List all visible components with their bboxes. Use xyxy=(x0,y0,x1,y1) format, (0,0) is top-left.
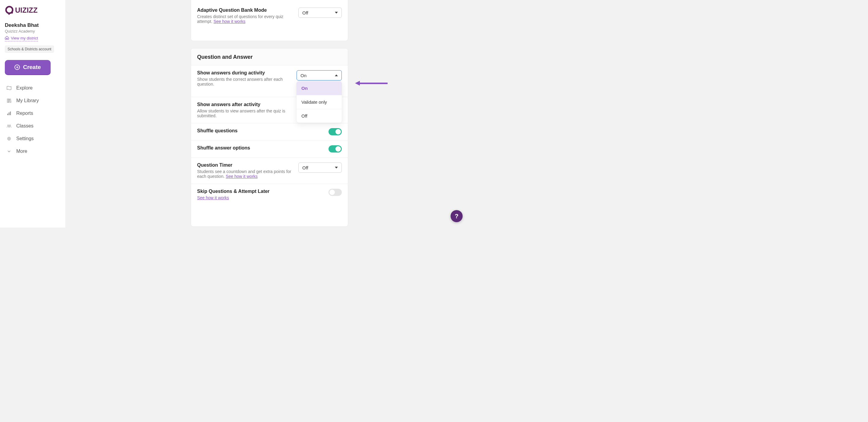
main-content: improve accuracy. Adaptive Question Bank… xyxy=(66,0,468,228)
help-icon: ? xyxy=(455,213,458,220)
create-button[interactable]: + Create xyxy=(5,60,51,74)
plus-circle-icon: + xyxy=(14,64,20,70)
svg-point-1 xyxy=(11,12,13,13)
svg-point-3 xyxy=(8,13,10,15)
gear-icon xyxy=(7,136,12,141)
setting-title: Skip Questions & Attempt Later xyxy=(197,189,270,194)
adaptive-select[interactable]: Off xyxy=(299,7,342,18)
arrow-annotation xyxy=(355,81,388,86)
select-value: On xyxy=(301,73,307,78)
setting-desc: See how it works xyxy=(197,195,270,200)
nav-reports[interactable]: Reports xyxy=(5,108,61,118)
view-district-link[interactable]: View my district xyxy=(5,36,38,41)
setting-question-timer: Question Timer Students see a countdown … xyxy=(191,158,348,184)
setting-desc: Allow students to view answers after the… xyxy=(197,109,293,118)
nav-my-library[interactable]: My Library xyxy=(5,95,61,106)
nav-label: Settings xyxy=(16,136,34,141)
question-answer-card: Question and Answer Show answers during … xyxy=(191,48,348,227)
help-fab[interactable]: ? xyxy=(451,210,463,222)
toggle-knob xyxy=(330,190,335,195)
chevron-down-icon xyxy=(7,149,12,154)
nav-label: More xyxy=(16,149,27,154)
shuffle-questions-toggle[interactable] xyxy=(329,128,342,135)
nav-label: Reports xyxy=(16,111,33,116)
account-type-badge: Schools & Districts account xyxy=(5,46,54,53)
setting-title: Shuffle questions xyxy=(197,128,238,133)
sidebar: UIZIZZ Deeksha Bhat Quizizz Academy View… xyxy=(0,0,66,228)
nav-label: Classes xyxy=(16,123,33,129)
setting-title: Shuffle answer options xyxy=(197,145,250,151)
svg-rect-7 xyxy=(10,112,11,115)
nav-explore[interactable]: Explore xyxy=(5,83,61,93)
nav-classes[interactable]: Classes xyxy=(5,121,61,131)
svg-text:UIZIZZ: UIZIZZ xyxy=(15,6,38,14)
nav-label: Explore xyxy=(16,85,33,91)
setting-show-answers-during: Show answers during activity Show studen… xyxy=(191,65,348,97)
setting-title: Question Timer xyxy=(197,162,293,168)
svg-rect-6 xyxy=(9,113,10,115)
setting-text: Show answers during activity Show studen… xyxy=(197,70,292,87)
svg-rect-5 xyxy=(7,114,8,115)
toggle-knob xyxy=(336,129,341,134)
caret-down-icon xyxy=(335,12,338,13)
dropdown-option-off[interactable]: Off xyxy=(297,109,342,123)
setting-desc: Students see a countdown and get extra p… xyxy=(197,169,293,179)
svg-point-10 xyxy=(7,137,10,140)
dropdown-option-validate-only[interactable]: Validate only xyxy=(297,95,342,109)
setting-text: Adaptive Question Bank Mode Creates dist… xyxy=(197,7,293,24)
setting-text: Question Timer Students see a countdown … xyxy=(197,162,293,179)
setting-skip-questions: Skip Questions & Attempt Later See how i… xyxy=(191,184,348,205)
setting-desc: Creates distinct set of questions for ev… xyxy=(197,14,293,24)
user-name: Deeksha Bhat xyxy=(5,22,61,28)
arrow-line xyxy=(360,83,388,84)
setting-text: Skip Questions & Attempt Later See how i… xyxy=(197,189,270,200)
setting-title: Show answers during activity xyxy=(197,70,292,76)
nav-more[interactable]: More xyxy=(5,146,61,156)
nav-label: My Library xyxy=(16,98,39,103)
svg-point-11 xyxy=(8,138,10,139)
setting-title: Adaptive Question Bank Mode xyxy=(197,7,293,13)
settings-card-top: improve accuracy. Adaptive Question Bank… xyxy=(191,0,348,41)
see-how-link[interactable]: See how it works xyxy=(197,195,229,200)
library-icon xyxy=(7,98,12,103)
setting-desc: Show students the correct answers after … xyxy=(197,77,292,87)
show-answers-during-select[interactable]: On xyxy=(297,70,342,81)
toggle-knob xyxy=(336,146,341,152)
district-icon xyxy=(5,36,9,40)
svg-point-8 xyxy=(7,125,9,126)
arrow-left-icon xyxy=(355,81,360,86)
dropdown-option-on[interactable]: On xyxy=(297,81,342,95)
shuffle-answers-toggle[interactable] xyxy=(329,145,342,153)
svg-point-9 xyxy=(9,125,10,126)
view-district-label: View my district xyxy=(11,36,38,40)
see-how-link[interactable]: See how it works xyxy=(213,19,245,24)
skip-questions-toggle[interactable] xyxy=(329,189,342,196)
svg-rect-4 xyxy=(7,38,7,39)
question-timer-select[interactable]: Off xyxy=(299,162,342,173)
create-label: Create xyxy=(23,64,41,70)
select-value: Off xyxy=(302,10,308,16)
reports-icon xyxy=(7,111,12,116)
nav-settings[interactable]: Settings xyxy=(5,133,61,144)
classes-icon xyxy=(7,124,12,128)
setting-shuffle-questions: Shuffle questions xyxy=(191,123,348,141)
quizizz-logo: UIZIZZ xyxy=(5,5,61,15)
select-value: Off xyxy=(302,165,308,170)
setting-title: Show answers after activity xyxy=(197,102,293,107)
user-academy: Quizizz Academy xyxy=(5,29,61,33)
map-icon xyxy=(7,86,12,90)
show-answers-dropdown: On Validate only Off xyxy=(296,81,342,123)
caret-down-icon xyxy=(335,167,338,169)
caret-up-icon xyxy=(335,74,338,76)
section-header: Question and Answer xyxy=(191,49,348,65)
sidebar-nav: Explore My Library Reports Classes Setti… xyxy=(5,83,61,156)
setting-shuffle-answer-options: Shuffle answer options xyxy=(191,141,348,158)
see-how-link[interactable]: See how it works xyxy=(226,174,258,179)
setting-adaptive-qbank: Adaptive Question Bank Mode Creates dist… xyxy=(191,3,348,30)
setting-text: Show answers after activity Allow studen… xyxy=(197,102,293,118)
